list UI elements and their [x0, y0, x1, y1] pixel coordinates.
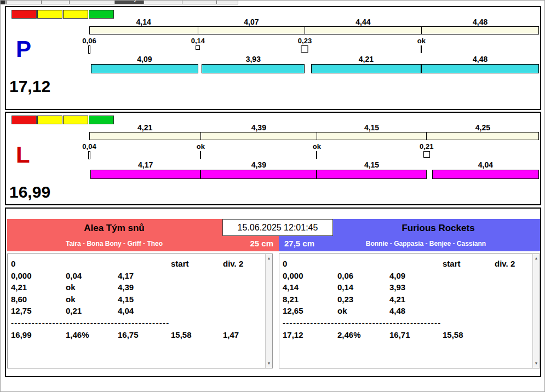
- table-cell: 4,09: [389, 270, 443, 282]
- fault-markers: [89, 45, 539, 54]
- ideal-split-labels: 4,214,394,154,25: [89, 123, 539, 132]
- lap-row: 0,0000,064,09: [283, 270, 532, 282]
- table-cell: 0,21: [66, 305, 118, 317]
- measured-split-labels: 4,093,934,214,48: [89, 55, 539, 64]
- scroll-up-icon[interactable]: ▲: [266, 255, 272, 262]
- table-cell: start: [171, 258, 223, 270]
- measured-split-time: 4,04: [478, 160, 493, 169]
- fault-box-icon: [423, 151, 430, 158]
- table-cell: 12,75: [11, 305, 66, 317]
- measured-time-bar: [89, 170, 539, 179]
- divider-row: ----------------------------------------…: [11, 317, 265, 329]
- measured-bar-segment: [421, 64, 539, 73]
- team-right-name: Furious Rockets: [336, 219, 540, 237]
- fault-labels: 0,060,140,23ok: [89, 37, 539, 44]
- measured-split-time: 4,39: [251, 160, 266, 169]
- ideal-split-time: 4,48: [473, 18, 487, 26]
- team-left-results-pane: 0startdiv. 20,0000,044,174,21ok4,398,60o…: [7, 253, 273, 368]
- table-cell: div. 2: [495, 258, 537, 270]
- table-cell: 4,04: [118, 305, 171, 317]
- lane-total-time: 17,12: [9, 78, 50, 95]
- lap-row: 12,65ok4,48: [283, 305, 532, 317]
- table-cell: ok: [66, 293, 118, 305]
- table-cell: 16,71: [389, 329, 443, 341]
- table-cell: 2,46%: [337, 329, 389, 341]
- measured-split-time: 4,48: [473, 55, 487, 64]
- window-corner: [1, 1, 5, 4]
- ideal-bar-segment: [317, 132, 427, 140]
- fault-value-label: 0,06: [82, 37, 96, 45]
- table-cell: 15,58: [171, 329, 223, 341]
- ideal-bar-segment: [305, 26, 422, 34]
- tab-dru-stva[interactable]: Družstva: [144, 0, 182, 4]
- fault-box-icon: [196, 45, 200, 50]
- scroll-down-icon[interactable]: ▼: [266, 360, 272, 367]
- table-cell: 0,000: [283, 270, 337, 282]
- measured-bar-segment: [90, 170, 200, 179]
- fault-box-icon: [88, 45, 90, 54]
- fault-value-label: ok: [417, 37, 426, 45]
- measured-bar-segment: [200, 170, 317, 179]
- vertical-scrollbar[interactable]: ▲ ▼: [265, 254, 272, 368]
- table-cell: 0,23: [337, 293, 389, 305]
- table-cell: 4,21: [11, 281, 66, 293]
- ok-tick-icon: [200, 151, 201, 159]
- results-table: 0startdiv. 20,0000,064,094,140,143,938,2…: [279, 254, 540, 341]
- ideal-bar-segment: [426, 132, 539, 140]
- team-right-results-pane: 0startdiv. 20,0000,064,094,140,143,938,2…: [279, 253, 540, 368]
- divider-row: ----------------------------------------…: [283, 317, 532, 329]
- tab-idla[interactable]: Čidla: [42, 0, 69, 4]
- ideal-split-time: 4,07: [244, 18, 259, 26]
- scroll-up-icon[interactable]: ▲: [533, 255, 540, 262]
- lane-total-time: 16,99: [9, 184, 50, 200]
- tab-rozb-h[interactable]: Rozběh: [6, 0, 42, 4]
- team-right-members: Bonnie - Gappasia - Benjee - Cassiann: [312, 237, 540, 250]
- start-light: [63, 116, 88, 124]
- measured-bar-segment: [432, 170, 539, 179]
- table-cell: 4,39: [118, 281, 171, 293]
- tab-dz[interactable]: DZ: [217, 0, 238, 4]
- team-left-members: Taira - Bona Bony - Griff - Theo: [7, 237, 221, 250]
- table-cell: 16,75: [118, 329, 171, 341]
- vertical-scrollbar[interactable]: ▲ ▼: [532, 254, 540, 368]
- lane-panel-p: 4,144,074,444,48 0,060,140,23ok 4,093,93…: [5, 6, 541, 110]
- tab-grafy[interactable]: Grafy: [115, 0, 144, 4]
- table-cell: 12,65: [283, 305, 337, 317]
- ideal-bar-segment: [421, 26, 539, 34]
- tab-kr-54[interactable]: KR / 54: [182, 0, 217, 4]
- start-light: [37, 10, 62, 19]
- team-right-jump-height: 27,5 cm: [284, 237, 314, 250]
- totals-row: 17,122,46%16,7115,58: [283, 329, 532, 341]
- measured-split-time: 4,21: [359, 55, 374, 64]
- table-cell: 4,21: [389, 293, 443, 305]
- fault-box-icon: [88, 151, 90, 159]
- table-cell: ok: [66, 281, 118, 293]
- team-left-name: Alea Tým snů: [7, 219, 221, 237]
- table-cell: 0: [283, 258, 337, 270]
- fault-labels: 0,04okok0,21: [89, 142, 539, 150]
- tab-bar: RozběhČidlaKombi GrafGrafyDružstvaKR / 5…: [6, 0, 238, 4]
- app-window: RozběhČidlaKombi GrafGrafyDružstvaKR / 5…: [0, 0, 545, 392]
- table-cell: 8,21: [283, 293, 337, 305]
- measured-split-time: 4,17: [138, 160, 153, 169]
- table-cell: 16,99: [11, 329, 66, 341]
- lap-row: 8,60ok4,15: [11, 293, 265, 305]
- results-table: 0startdiv. 20,0000,044,174,21ok4,398,60o…: [8, 254, 272, 341]
- table-cell: 0,04: [66, 270, 118, 282]
- fault-value-label: ok: [313, 142, 321, 151]
- tab-kombi-graf[interactable]: Kombi Graf: [70, 0, 116, 4]
- lane-letter: L: [16, 143, 30, 166]
- table-cell: 4,17: [118, 270, 171, 282]
- table-cell: 4,15: [118, 293, 171, 305]
- table-cell: 4,14: [283, 281, 337, 293]
- measured-bar-segment: [311, 64, 422, 73]
- lane-panel-l: 4,214,394,154,25 0,04okok0,21 4,174,394,…: [5, 112, 541, 205]
- scroll-down-icon[interactable]: ▼: [533, 360, 540, 367]
- measured-time-bar: [89, 64, 539, 73]
- ideal-bar-segment: [89, 26, 198, 34]
- measured-split-labels: 4,174,394,154,04: [89, 160, 539, 169]
- table-cell: 0: [11, 258, 66, 270]
- lap-row: 4,140,143,93: [283, 281, 532, 293]
- ideal-time-bar: [89, 132, 539, 140]
- lap-row: 4,21ok4,39: [11, 281, 265, 293]
